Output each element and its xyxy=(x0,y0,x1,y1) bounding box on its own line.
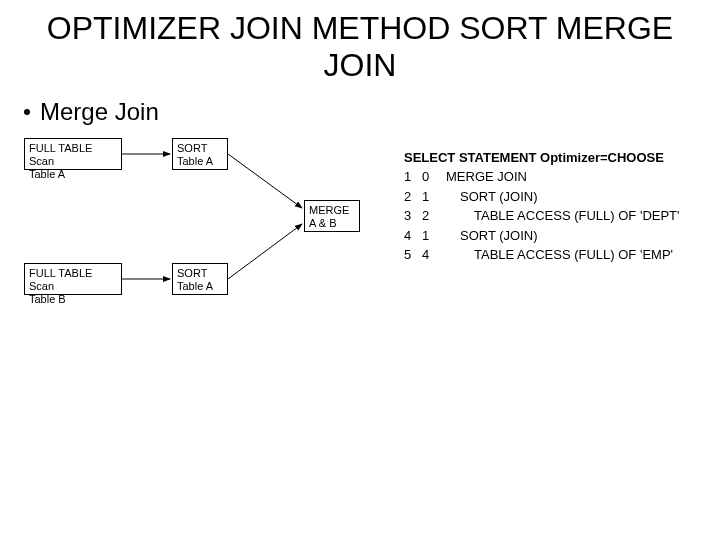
bullet-dot-icon xyxy=(24,109,30,115)
plan-row-parent: 4 xyxy=(422,245,440,265)
box-scan-a-l1: FULL TABLE Scan xyxy=(29,142,92,167)
plan-row-parent: 0 xyxy=(422,167,440,187)
plan-row-id: 1 xyxy=(404,167,422,187)
plan-row-id: 5 xyxy=(404,245,422,265)
plan-row-id: 2 xyxy=(404,187,422,207)
box-sort-a-l1: SORT xyxy=(177,142,207,154)
bullet-text: Merge Join xyxy=(40,98,159,125)
plan-header: SELECT STATEMENT Optimizer=CHOOSE xyxy=(404,148,680,168)
flow-diagram: FULL TABLE Scan Table A SORT Table A FUL… xyxy=(24,138,384,338)
plan-row-op: SORT (JOIN) xyxy=(440,189,538,204)
box-sort-b-l2: Table A xyxy=(177,280,213,292)
plan-row-id: 3 xyxy=(404,206,422,226)
plan-row: 21SORT (JOIN) xyxy=(404,187,680,207)
box-merge: MERGE A & B xyxy=(304,200,360,232)
box-scan-a: FULL TABLE Scan Table A xyxy=(24,138,122,170)
plan-row-op: TABLE ACCESS (FULL) OF 'DEPT' xyxy=(440,208,680,223)
execution-plan: SELECT STATEMENT Optimizer=CHOOSE 10MERG… xyxy=(404,148,680,265)
box-scan-b: FULL TABLE Scan Table B xyxy=(24,263,122,295)
plan-row: 32TABLE ACCESS (FULL) OF 'DEPT' xyxy=(404,206,680,226)
plan-row: 41SORT (JOIN) xyxy=(404,226,680,246)
box-merge-l2: A & B xyxy=(309,217,337,229)
box-sort-a: SORT Table A xyxy=(172,138,228,170)
bullet-line: Merge Join xyxy=(0,84,720,126)
box-sort-b-l1: SORT xyxy=(177,267,207,279)
plan-row-id: 4 xyxy=(404,226,422,246)
box-scan-a-l2: Table A xyxy=(29,168,65,180)
svg-line-2 xyxy=(228,154,302,208)
box-merge-l1: MERGE xyxy=(309,204,349,216)
plan-row-parent: 1 xyxy=(422,226,440,246)
slide-title: OPTIMIZER JOIN METHOD SORT MERGE JOIN xyxy=(0,0,720,84)
plan-row: 54TABLE ACCESS (FULL) OF 'EMP' xyxy=(404,245,680,265)
box-sort-b: SORT Table A xyxy=(172,263,228,295)
plan-row-op: SORT (JOIN) xyxy=(440,228,538,243)
svg-line-3 xyxy=(228,224,302,279)
plan-row-op: TABLE ACCESS (FULL) OF 'EMP' xyxy=(440,247,673,262)
plan-row: 10MERGE JOIN xyxy=(404,167,680,187)
box-scan-b-l1: FULL TABLE Scan xyxy=(29,267,92,292)
plan-row-parent: 1 xyxy=(422,187,440,207)
box-sort-a-l2: Table A xyxy=(177,155,213,167)
box-scan-b-l2: Table B xyxy=(29,293,66,305)
plan-row-op: MERGE JOIN xyxy=(440,169,527,184)
plan-row-parent: 2 xyxy=(422,206,440,226)
